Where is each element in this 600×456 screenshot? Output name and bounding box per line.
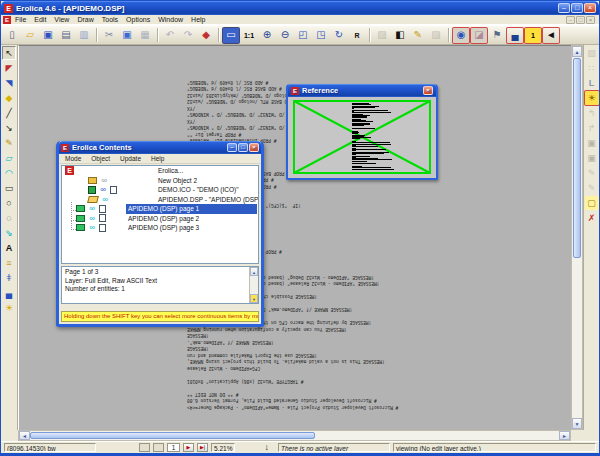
line-tool-button[interactable]: ╱ <box>2 106 16 120</box>
contents-minimize-button[interactable]: – <box>227 143 237 152</box>
contents-menu-update[interactable]: Update <box>116 154 145 163</box>
redline-up-icon: ↰ <box>588 109 596 118</box>
copy-button[interactable]: ▣ <box>119 28 135 43</box>
text-tool-button[interactable]: A <box>2 241 16 255</box>
mdi-close-button[interactable]: × <box>586 16 595 24</box>
app-icon: E <box>4 4 13 13</box>
contents-menu-object[interactable]: Object <box>87 154 114 163</box>
arrow-tool-icon: ↘ <box>5 124 13 133</box>
contents-menu-mode[interactable]: Mode <box>61 154 85 163</box>
info-scroll-up-button[interactable]: ▲ <box>250 267 258 276</box>
move-point-tool-button[interactable]: ⇘ <box>2 226 16 240</box>
annotate-pen-button[interactable]: ✎ <box>410 28 426 43</box>
last-page-button[interactable]: ▶| <box>197 443 208 452</box>
zoom-out-button[interactable]: ⊖ <box>277 28 293 43</box>
mdi-minimize-button[interactable]: – <box>566 16 575 24</box>
menu-help[interactable]: Help <box>187 15 209 25</box>
open-file-button[interactable]: ▱ <box>22 28 38 43</box>
reference-view[interactable] <box>288 97 436 178</box>
tree-item[interactable]: ∞APIDEMO (DSP) page 2 <box>62 214 258 224</box>
polyline-tool-button[interactable]: ▱ <box>2 151 16 165</box>
active-layer-indicator-button[interactable]: ☀ <box>585 91 599 105</box>
contents-maximize-button[interactable]: □ <box>238 143 248 152</box>
contents-title-bar[interactable]: E Erolica Contents – □ × <box>59 141 261 154</box>
stamp-button[interactable]: ▄ <box>507 28 523 43</box>
save-file-button[interactable]: ▣ <box>40 28 56 43</box>
dimension-tool-icon: ǂ <box>6 274 11 283</box>
contents-menu-help[interactable]: Help <box>147 154 168 163</box>
prev-marker-button[interactable]: ◄ <box>543 28 559 43</box>
marker-tool-button[interactable]: ◆ <box>2 91 16 105</box>
title-bar[interactable]: E Erolica 4.6 - [APIDEMO.DSP] – □ × <box>1 1 599 15</box>
prev-view-button[interactable]: ◰ <box>295 28 311 43</box>
invert-view-button[interactable]: ◧ <box>392 28 408 43</box>
color-layers-icon: ◆ <box>202 30 210 40</box>
mdi-restore-button[interactable]: □ <box>576 16 585 24</box>
scroll-down-button[interactable]: ▼ <box>572 418 582 429</box>
scroll-right-button[interactable]: ► <box>559 431 570 440</box>
info-scroll-down-button[interactable]: ▼ <box>250 294 258 303</box>
color-layers-button[interactable]: ◆ <box>198 28 214 43</box>
rectangle-tool-button[interactable]: ▭ <box>2 181 16 195</box>
brightness-tool-button[interactable]: ☀ <box>2 301 16 315</box>
maximize-button[interactable]: □ <box>571 3 583 13</box>
tree-item[interactable]: ∞DEMO.ICO - "DEMO (ICO)" <box>62 185 258 195</box>
pencil-tool-button[interactable]: ✎ <box>2 136 16 150</box>
menu-edit[interactable]: Edit <box>30 15 50 25</box>
attachments-button[interactable]: ◉ <box>453 28 469 43</box>
menu-file[interactable]: File <box>11 15 30 25</box>
cut-button[interactable]: ✂ <box>101 28 117 43</box>
arc-tool-button[interactable]: ◠ <box>2 166 16 180</box>
tree-item[interactable]: ∞APIDEMO.DSP - "APIDEMO (DSP)" <box>62 195 258 205</box>
note-show-button[interactable]: ▢ <box>585 196 599 210</box>
fit-view-button[interactable]: ▭ <box>223 28 239 43</box>
print-preview-button[interactable]: ▥ <box>76 28 92 43</box>
tree-item[interactable]: ∞APIDEMO (DSP) page 3 <box>62 223 258 233</box>
print-button[interactable]: ▤ <box>58 28 74 43</box>
tree-item[interactable]: ∞APIDEMO (DSP) page 1 <box>62 204 258 214</box>
image-frame-icon: ◪ <box>474 30 483 40</box>
note-hide-button[interactable]: ✗ <box>585 211 599 225</box>
vertical-scrollbar[interactable]: ▲ ▼ <box>571 45 583 430</box>
pan-tool-button[interactable]: ◥ <box>2 76 16 90</box>
zoom-in-button[interactable]: ⊕ <box>259 28 275 43</box>
layers-tool-button[interactable]: ≡ <box>2 256 16 270</box>
image-frame-button[interactable]: ◪ <box>471 28 487 43</box>
menu-view[interactable]: View <box>50 15 73 25</box>
reference-close-button[interactable]: × <box>423 86 433 95</box>
next-view-button[interactable]: ◳ <box>313 28 329 43</box>
layer-corner-button[interactable]: L <box>585 76 599 90</box>
save-file-icon: ▣ <box>43 30 52 40</box>
arrow-tool-button[interactable]: ↘ <box>2 121 16 135</box>
new-document-button[interactable]: ▯ <box>4 28 20 43</box>
down-arrow-icon[interactable]: ↓ <box>264 443 269 452</box>
actual-size-button[interactable]: 1:1 <box>241 28 257 43</box>
flag-markup-button[interactable]: ⚑ <box>489 28 505 43</box>
rotate-view-button[interactable]: ↻ <box>331 28 347 43</box>
menu-options[interactable]: Options <box>122 15 154 25</box>
callout-1-button[interactable]: 1 <box>525 28 541 43</box>
reference-title-bar[interactable]: E Reference × <box>288 84 436 97</box>
select-tool-button[interactable]: ↖ <box>2 46 16 60</box>
horizontal-scrollbar[interactable]: ◄ ► <box>18 430 571 441</box>
tree-item[interactable]: EErolica... <box>62 166 258 176</box>
menu-draw[interactable]: Draw <box>73 15 97 25</box>
contents-close-button[interactable]: × <box>249 143 259 152</box>
tree-item[interactable]: ∞New Object 2 <box>62 176 258 186</box>
menu-window[interactable]: Window <box>154 15 187 25</box>
menu-tools[interactable]: Tools <box>98 15 122 25</box>
dimension-tool-button[interactable]: ǂ <box>2 271 16 285</box>
rotate-page-button[interactable]: R <box>349 28 365 43</box>
ellipse-tool-button[interactable]: ◌ <box>2 211 16 225</box>
info-scrollbar[interactable]: ▲ ▼ <box>249 267 258 303</box>
close-button[interactable]: × <box>584 3 596 13</box>
scroll-left-button[interactable]: ◄ <box>19 431 30 440</box>
next-page-button[interactable]: ▶ <box>183 443 194 452</box>
stamp-tool-button[interactable]: ▄ <box>2 286 16 300</box>
vertical-scroll-thumb[interactable] <box>573 58 581 258</box>
minimize-button[interactable]: – <box>558 3 570 13</box>
circle-tool-button[interactable]: ○ <box>2 196 16 210</box>
scroll-up-button[interactable]: ▲ <box>572 46 582 57</box>
zoom-area-tool-button[interactable]: ◤ <box>2 61 16 75</box>
horizontal-scroll-thumb[interactable] <box>30 432 315 439</box>
